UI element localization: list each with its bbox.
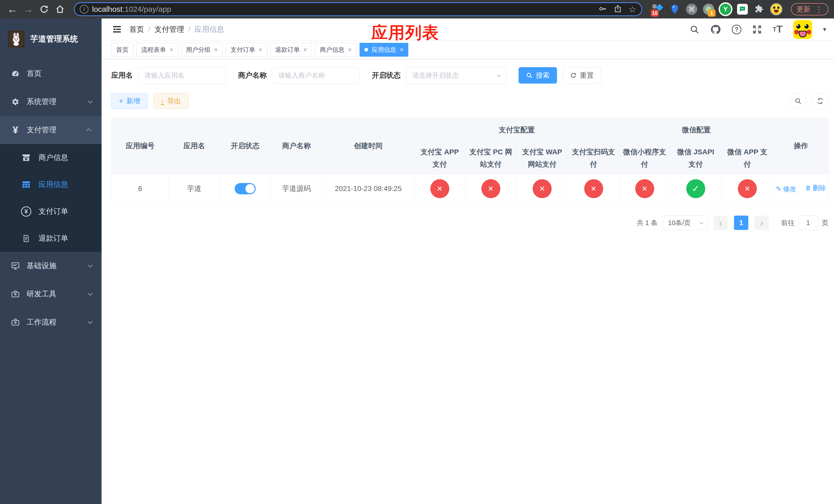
extension-recorder-icon[interactable]: 1 [703, 3, 715, 15]
extension-balloon-icon[interactable] [669, 3, 681, 15]
extensions-puzzle-icon[interactable] [753, 3, 765, 15]
status-select[interactable]: 请选择开启状态 [406, 67, 506, 84]
extension-badge: 10 [651, 9, 659, 17]
col-app-name: 应用名 [169, 118, 220, 174]
tab-refund-orders[interactable]: 退款订单× [270, 43, 312, 56]
breadcrumb-home[interactable]: 首页 [129, 24, 144, 35]
search-button[interactable]: 搜索 [519, 67, 557, 84]
page-size-select[interactable]: 10条/页 [663, 215, 708, 230]
prev-page-button[interactable]: ‹ [714, 215, 728, 230]
browser-home-icon[interactable] [53, 3, 67, 16]
share-icon[interactable] [614, 5, 622, 14]
document-icon [21, 234, 32, 243]
sidebar-item-app-info[interactable]: 应用信息 [0, 171, 102, 198]
close-icon[interactable]: × [259, 46, 262, 53]
browser-chrome: ← → i localhost:1024/pay/app ☆ 10 ⌘ [0, 0, 834, 19]
address-bar[interactable]: i localhost:1024/pay/app ☆ [74, 2, 642, 16]
dashboard-icon [10, 69, 21, 78]
toggle-search-button[interactable] [790, 93, 806, 109]
site-info-icon[interactable]: i [80, 5, 88, 14]
header-search-icon[interactable] [689, 25, 699, 35]
cell-app-id: 6 [112, 174, 169, 203]
status-label: 开启状态 [372, 70, 401, 80]
avatar-caret-icon[interactable]: ▾ [823, 25, 826, 33]
status-icon: × [635, 179, 654, 198]
sidebar-item-payment-orders[interactable]: ¥ 支付订单 [0, 198, 102, 225]
pagination: 共 1 条 10条/页 ‹ 1 › 前往 页 [111, 215, 828, 230]
refresh-button[interactable] [812, 93, 828, 109]
extension-command-icon[interactable]: ⌘ [686, 3, 698, 15]
jump-page-input[interactable] [798, 215, 818, 230]
merchant-name-input[interactable] [272, 67, 359, 84]
col-group-wechat: 微信配置 [619, 118, 773, 142]
cell-app-name: 芋道 [169, 174, 220, 203]
chevron-down-icon [497, 73, 501, 77]
status-icon: × [481, 179, 500, 198]
jump-prefix: 前往 [781, 219, 794, 227]
col-alipay-wap: 支付宝 WAP 网站支付 [517, 142, 568, 174]
browser-forward-icon[interactable]: → [22, 3, 35, 16]
merchant-name-label: 商户名称 [238, 70, 267, 80]
search-form: 应用名 商户名称 开启状态 请选择开启状态 搜索 [111, 67, 828, 84]
sidebar-item-workflow[interactable]: 工作流程 [0, 308, 102, 336]
tab-user-group[interactable]: 用户分组× [181, 43, 223, 56]
browser-back-icon[interactable]: ← [6, 3, 19, 16]
col-alipay-app: 支付宝 APP 支付 [414, 142, 465, 174]
reset-button[interactable]: 重置 [563, 67, 601, 84]
bookmark-star-icon[interactable]: ☆ [629, 5, 636, 14]
sidebar-item-infrastructure[interactable]: 基础设施 [0, 252, 102, 280]
sidebar-item-system[interactable]: 系统管理 [0, 88, 102, 116]
add-button[interactable]: + 新增 [111, 93, 148, 109]
password-key-icon[interactable] [598, 4, 607, 14]
page-1-button[interactable]: 1 [734, 215, 748, 230]
status-toggle[interactable] [235, 183, 256, 194]
sidebar-collapse-icon[interactable] [109, 22, 125, 37]
tags-view: 首页 流程表单× 用户分组× 支付订单× 退款订单× 商户信息× 应用信息× [102, 41, 834, 59]
url-text[interactable]: localhost:1024/pay/app [92, 5, 595, 14]
sidebar-item-payment[interactable]: ¥ 支付管理 [0, 116, 102, 144]
github-icon[interactable] [710, 24, 721, 35]
col-alipay-qr: 支付宝扫码支付 [568, 142, 619, 174]
extension-chat-icon[interactable] [737, 3, 748, 15]
tab-home[interactable]: 首页 [111, 43, 133, 56]
extensions-row: 10 ⌘ 1 Y [649, 3, 785, 15]
extension-y-icon[interactable]: Y [720, 3, 731, 15]
col-app-id: 应用编号 [112, 118, 169, 174]
help-icon[interactable]: ? [732, 25, 741, 35]
tab-merchant-info[interactable]: 商户信息× [315, 43, 356, 56]
sidebar-item-refund-orders[interactable]: 退款订单 [0, 225, 102, 252]
breadcrumb-payment[interactable]: 支付管理 [154, 24, 184, 35]
next-page-button[interactable]: › [754, 215, 769, 230]
fullscreen-icon[interactable] [752, 25, 762, 35]
close-icon[interactable]: × [400, 46, 403, 53]
edit-link[interactable]: ✎修改 [776, 185, 796, 193]
sidebar-item-dev-tools[interactable]: 研发工具 [0, 280, 102, 308]
close-icon[interactable]: × [348, 46, 352, 53]
browser-menu-kebab-icon[interactable]: ⋮ [815, 5, 823, 14]
close-icon[interactable]: × [303, 46, 307, 53]
extension-sketch-icon[interactable]: 10 [652, 3, 664, 15]
yen-circle-icon: ¥ [21, 206, 32, 216]
sidebar-item-home[interactable]: 首页 [0, 60, 102, 88]
tab-payment-orders[interactable]: 支付订单× [226, 43, 267, 56]
tab-process-form[interactable]: 流程表单× [136, 43, 178, 56]
col-created: 创建时间 [322, 118, 414, 174]
user-avatar[interactable] [793, 20, 812, 39]
tab-app-info[interactable]: 应用信息× [359, 43, 408, 56]
sidebar-item-merchant-info[interactable]: 商户信息 [0, 144, 102, 171]
browser-profile-avatar[interactable] [770, 3, 782, 15]
delete-link[interactable]: 删除 [805, 184, 826, 192]
app-logo-rabbit [8, 30, 25, 47]
app-name-input[interactable] [138, 67, 226, 84]
total-count: 共 1 条 [637, 219, 658, 227]
close-icon[interactable]: × [214, 46, 218, 53]
col-merchant: 商户名称 [271, 118, 322, 174]
browser-reload-icon[interactable] [38, 3, 51, 16]
jump-suffix: 页 [822, 219, 828, 227]
col-wechat-mini: 微信小程序支付 [619, 142, 670, 174]
export-button[interactable]: ↓ 导出 [153, 93, 189, 109]
close-icon[interactable]: × [170, 46, 173, 53]
font-size-icon[interactable]: TT [773, 24, 783, 35]
chevron-down-icon [88, 98, 93, 104]
browser-update-button[interactable]: 更新 ⋮ [791, 3, 828, 15]
